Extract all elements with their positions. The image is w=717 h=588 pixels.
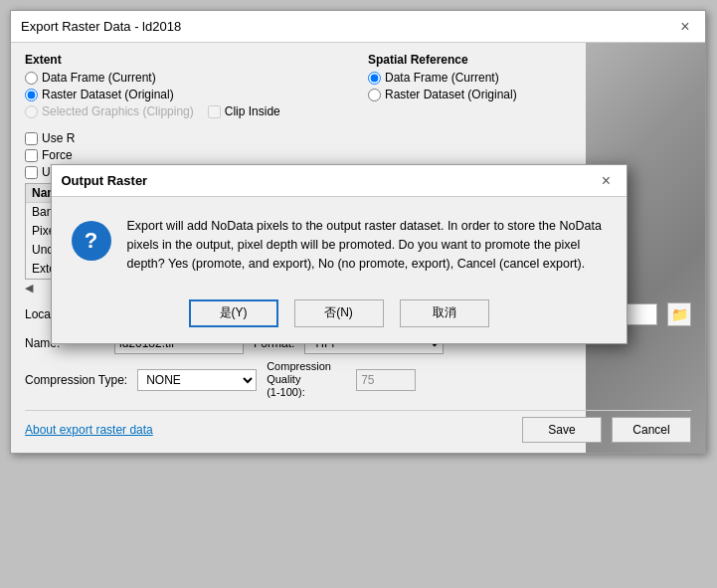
modal-body: ? Export will add NoData pixels to the o… [52,197,627,289]
modal-no-button[interactable]: 否(N) [294,299,384,327]
info-icon: ? [72,221,111,261]
modal-message: Export will add NoData pixels to the out… [127,217,607,273]
modal-overlay: Output Raster × ? Export will add NoData… [0,0,717,588]
modal-cancel-button[interactable]: 取消 [400,299,489,327]
modal-close-button[interactable]: × [597,171,617,191]
modal-footer: 是(Y) 否(N) 取消 [52,290,627,343]
modal-yes-button[interactable]: 是(Y) [189,299,278,327]
output-raster-dialog: Output Raster × ? Export will add NoData… [51,164,627,343]
modal-titlebar: Output Raster × [52,165,627,197]
modal-title: Output Raster [62,173,148,188]
